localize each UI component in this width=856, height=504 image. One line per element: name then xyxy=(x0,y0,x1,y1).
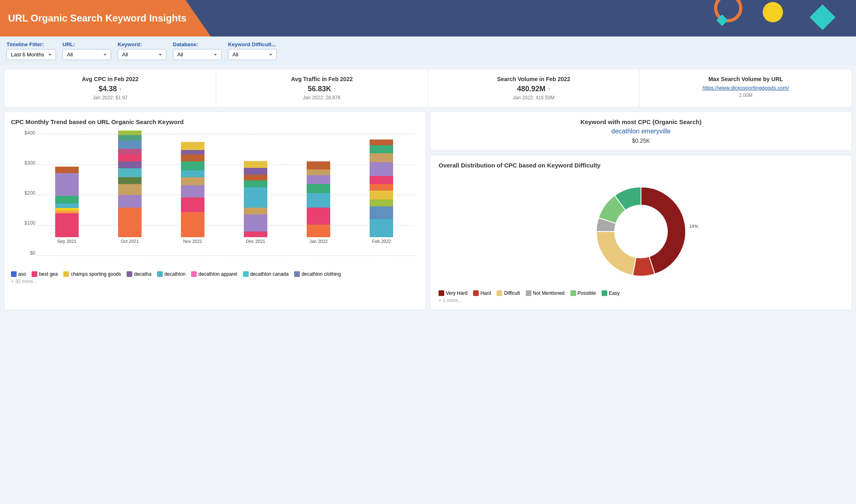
bar-segment xyxy=(307,208,330,225)
filter-difficulty-select[interactable]: All xyxy=(228,49,277,60)
bar-stack xyxy=(370,139,393,237)
bar-group: Oct 2021 xyxy=(100,131,159,244)
bar-segment xyxy=(55,196,79,204)
legend-swatch xyxy=(127,271,132,277)
legend-item: decathlon canada xyxy=(243,271,289,277)
keyword-insight-value: $0.25K xyxy=(439,137,843,144)
bar-segment xyxy=(370,162,393,176)
bar-segment xyxy=(370,145,393,153)
bar-segment xyxy=(307,225,330,237)
stat-trend-1: ↑ xyxy=(333,86,336,92)
bar-label: Dec 2021 xyxy=(246,239,265,244)
filter-url: URL: All xyxy=(62,41,111,60)
donut-chart-more[interactable]: + 1 more... xyxy=(439,298,843,303)
legend-item: champs sporting goods xyxy=(63,271,121,277)
legend-label: decatha xyxy=(134,271,151,277)
bar-segment xyxy=(244,161,267,168)
bar-segment xyxy=(181,170,204,177)
donut-legend-item: Possible xyxy=(570,290,596,296)
bar-group: Dec 2021 xyxy=(226,161,285,244)
bar-chart-container: $0$100$200$300$400 Sep 2021Oct 2021Nov 2… xyxy=(11,130,419,268)
bar-segment xyxy=(118,141,142,149)
donut-legend-swatch xyxy=(570,290,576,296)
bar-segment xyxy=(55,210,79,213)
stat-value-1: 56.83K ↑ xyxy=(224,85,419,93)
filters-bar: Timeline Filter: Last 6 Months URL: All … xyxy=(0,36,856,65)
bar-segment xyxy=(181,150,204,154)
bar-label: Oct 2021 xyxy=(120,239,139,244)
filter-database-select[interactable]: All xyxy=(173,49,222,60)
bar-segment xyxy=(370,206,393,219)
bar-segment xyxy=(118,135,142,141)
bar-segment xyxy=(370,176,393,184)
donut-legend-label: Not Mentioned xyxy=(533,290,565,296)
legend-label: aso xyxy=(18,271,26,277)
bar-chart-title: CPC Monthly Trend based on URL Organic S… xyxy=(11,118,419,125)
donut-legend-label: Easy xyxy=(609,290,620,296)
legend-swatch xyxy=(32,271,37,277)
donut-svg: 14% xyxy=(576,173,706,286)
donut-legend-item: Very Hard xyxy=(439,290,467,296)
legend-label: decathlon canada xyxy=(250,271,289,277)
bar-segment xyxy=(244,175,267,180)
filter-difficulty: Keyword Difficult... All xyxy=(228,41,277,60)
bar-segment xyxy=(370,199,393,206)
bar-segment xyxy=(181,197,204,212)
legend-swatch xyxy=(294,271,300,277)
legend-label: champs sporting goods xyxy=(71,271,121,277)
stat-trend-0: ↑ xyxy=(119,86,122,92)
bar-group: Nov 2021 xyxy=(163,142,222,244)
bar-label: Jan 2022 xyxy=(310,239,328,244)
stat-title-0: Avg CPC in Feb 2022 xyxy=(13,76,208,82)
decoration-circle-orange xyxy=(714,0,742,22)
stat-trend-2: ↑ xyxy=(548,86,551,92)
filter-url-select[interactable]: All xyxy=(62,49,111,60)
stat-card-1: Avg Traffic in Feb 2022 56.83K ↑ Jan 202… xyxy=(216,69,428,107)
bar-segment xyxy=(370,139,393,145)
keyword-insight-keyword[interactable]: decathlon emeryville xyxy=(439,128,843,135)
bar-segment xyxy=(244,214,267,232)
donut-legend-swatch xyxy=(439,290,444,296)
donut-legend-item: Not Mentioned xyxy=(526,290,565,296)
legend-label: best gea xyxy=(39,271,58,277)
bar-segment xyxy=(181,161,204,170)
legend-item: decathlon xyxy=(157,271,185,277)
bar-stack xyxy=(307,161,330,237)
bar-segment xyxy=(118,154,142,161)
bar-segment xyxy=(55,167,79,173)
bar-segment xyxy=(181,212,204,237)
bar-segment xyxy=(181,177,204,185)
donut-legend-swatch xyxy=(497,290,502,296)
stat-link-3[interactable]: https://www.dickssportinggoods.com/ xyxy=(648,85,843,91)
filter-timeline-select[interactable]: Last 6 Months xyxy=(6,49,56,60)
filter-difficulty-label: Keyword Difficult... xyxy=(228,41,277,47)
legend-swatch xyxy=(63,271,69,277)
bar-segment xyxy=(118,168,142,177)
bar-segment xyxy=(181,185,204,198)
stat-title-2: Search Volume in Feb 2022 xyxy=(436,76,631,82)
legend-label: decathlon xyxy=(164,271,185,277)
filter-database: Database: All xyxy=(173,41,222,60)
donut-legend-label: Hard xyxy=(480,290,491,296)
header: URL Organic Search Keyword Insights xyxy=(0,0,856,36)
donut-chart-card: Overall Distribution of CPC based on Key… xyxy=(430,155,852,310)
filter-timeline: Timeline Filter: Last 6 Months xyxy=(6,41,56,60)
bar-group: Sep 2021 xyxy=(37,167,96,244)
filter-keyword-select[interactable]: All xyxy=(118,49,166,60)
bar-group: Jan 2022 xyxy=(289,161,348,244)
bar-label: Sep 2021 xyxy=(57,239,76,244)
donut-legend-swatch xyxy=(602,290,607,296)
donut-legend-label: Difficult xyxy=(504,290,520,296)
donut-segment-2 xyxy=(596,232,636,275)
donut-chart-title: Overall Distribution of CPC based on Key… xyxy=(439,162,843,169)
decoration-diamond-small xyxy=(716,15,728,26)
bar-segment xyxy=(118,131,142,135)
bar-segment xyxy=(370,191,393,199)
donut-legend-label: Possible xyxy=(578,290,596,296)
stat-title-3: Max Search Volume by URL xyxy=(648,76,843,82)
legend-swatch xyxy=(11,271,17,277)
stat-title-1: Avg Traffic in Feb 2022 xyxy=(224,76,419,82)
bar-chart-area: Sep 2021Oct 2021Nov 2021Dec 2021Jan 2022… xyxy=(11,130,419,260)
bar-segment xyxy=(244,208,267,214)
bar-chart-more[interactable]: + 30 more... xyxy=(11,279,419,284)
